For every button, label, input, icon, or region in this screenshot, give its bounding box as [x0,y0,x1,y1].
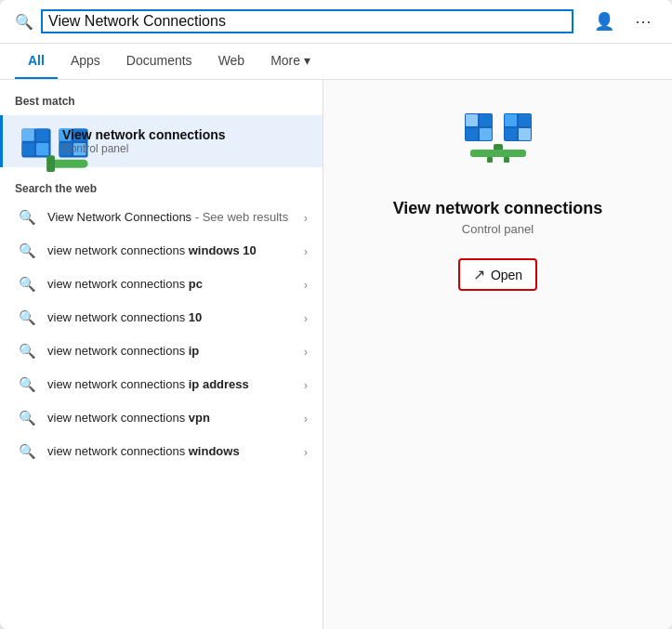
search-web-icon-0: 🔍 [18,209,36,226]
best-match-icon [18,124,51,158]
search-web-icon-2: 🔍 [18,276,36,293]
svg-rect-4 [36,143,48,155]
search-web-icon-1: 🔍 [18,242,36,259]
tab-apps[interactable]: Apps [58,44,113,79]
app-name-large: View network connections [393,199,603,218]
svg-rect-21 [519,128,531,140]
web-item-text-6: view network connections vpn [47,411,293,426]
open-external-icon: ↗ [473,266,485,283]
tab-all[interactable]: All [15,44,58,79]
web-item-arrow-2: › [304,278,308,292]
svg-rect-19 [519,114,531,126]
search-web-icon-6: 🔍 [18,410,36,426]
web-item-text-3: view network connections 10 [47,310,293,326]
web-item-arrow-1: › [304,244,308,258]
best-match-item[interactable]: View network connections Control panel [0,115,323,167]
svg-rect-6 [46,155,55,172]
svg-rect-24 [487,157,493,163]
best-match-subtitle: Control panel [62,142,226,155]
open-button[interactable]: ↗ Open [458,258,537,291]
search-web-icon-5: 🔍 [18,376,36,393]
tab-web[interactable]: Web [205,44,258,79]
web-item-1[interactable]: 🔍 view network connections windows 10 › [0,234,323,268]
svg-rect-3 [21,143,33,155]
right-panel: View network connections Control panel ↗… [323,80,672,629]
web-item-3[interactable]: 🔍 view network connections 10 › [0,301,323,334]
people-icon: 👤 [594,12,614,31]
search-web-icon-4: 🔍 [18,343,36,360]
web-item-text-1: view network connections windows 10 [47,243,293,259]
web-item-text-2: view network connections pc [47,277,293,293]
web-item-text-0: View Network Connections - See web resul… [47,210,293,226]
tab-more[interactable]: More ▾ [257,44,323,79]
web-item-arrow-0: › [304,211,308,225]
search-input[interactable] [41,9,573,33]
search-bar: 🔍 👤 ⋯ [0,0,672,44]
web-item-arrow-4: › [304,345,308,359]
web-item-arrow-5: › [304,378,308,392]
tab-documents[interactable]: Documents [113,44,205,79]
app-icon-large [461,110,535,184]
search-icon: 🔍 [15,13,33,31]
header-actions: 👤 ⋯ [588,9,657,33]
app-subtitle-large: Control panel [462,222,534,236]
best-match-title: View network connections [62,127,226,142]
web-item-arrow-3: › [304,311,308,325]
svg-rect-2 [36,128,48,140]
people-button[interactable]: 👤 [588,9,620,33]
web-item-text-5: view network connections ip address [47,377,293,393]
web-item-7[interactable]: 🔍 view network connections windows › [0,435,323,468]
web-item-5[interactable]: 🔍 view network connections ip address › [0,368,323,401]
svg-rect-16 [480,128,492,140]
web-item-6[interactable]: 🔍 view network connections vpn › [0,401,323,435]
svg-rect-1 [21,128,33,140]
left-panel: Best match [0,80,323,629]
svg-rect-13 [466,114,478,126]
web-item-4[interactable]: 🔍 view network connections ip › [0,334,323,368]
best-match-label: Best match [0,95,323,115]
web-item-2[interactable]: 🔍 view network connections pc › [0,268,323,301]
svg-rect-5 [51,160,88,168]
svg-rect-18 [505,114,517,126]
web-item-text-4: view network connections ip [47,344,293,360]
search-window: 🔍 👤 ⋯ All Apps Documents Web More ▾ [0,0,672,629]
web-item-arrow-7: › [304,445,308,459]
web-item-0[interactable]: 🔍 View Network Connections - See web res… [0,201,323,234]
svg-rect-14 [480,114,492,126]
open-label: Open [491,268,522,282]
ellipsis-icon: ⋯ [635,12,652,31]
tabs-bar: All Apps Documents Web More ▾ [0,44,672,80]
svg-rect-25 [504,157,509,163]
web-item-arrow-6: › [304,412,308,426]
main-content: Best match [0,80,672,629]
search-web-icon-7: 🔍 [18,443,36,460]
web-item-text-7: view network connections windows [47,444,293,460]
svg-rect-15 [466,128,478,140]
more-button[interactable]: ⋯ [629,9,657,33]
svg-rect-23 [470,150,526,157]
search-web-icon-3: 🔍 [18,309,36,326]
best-match-text: View network connections Control panel [62,127,226,155]
svg-rect-20 [505,128,517,140]
